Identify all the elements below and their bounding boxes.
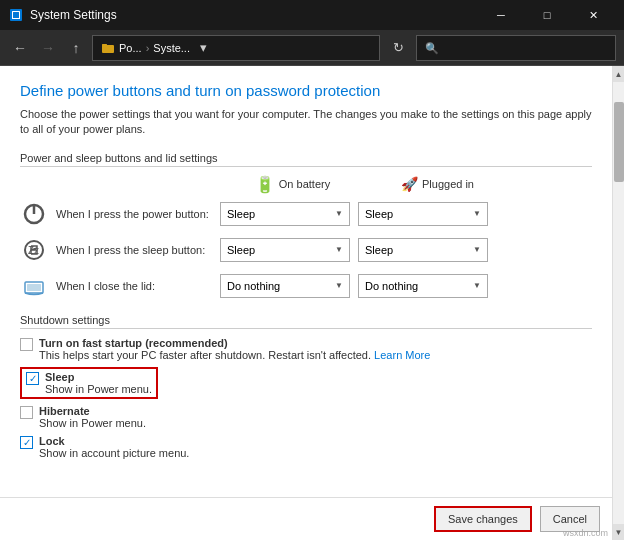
main-wrapper: Define power buttons and turn on passwor… (0, 66, 624, 540)
address-dropdown-button[interactable]: ▾ (194, 35, 214, 61)
lid-battery-arrow: ▼ (335, 281, 343, 290)
lid-plugged-value: Do nothing (365, 280, 418, 292)
title-bar: System Settings ─ □ ✕ (0, 0, 624, 30)
svg-rect-2 (13, 12, 19, 18)
lid-battery-dropdown[interactable]: Do nothing ▼ (220, 274, 350, 298)
sleep-sublabel: Show in Power menu. (45, 383, 152, 395)
hibernate-sublabel: Show in Power menu. (39, 417, 146, 429)
save-button[interactable]: Save changes (434, 506, 532, 532)
lock-label-wrap: Lock Show in account picture menu. (39, 435, 189, 459)
hibernate-label-wrap: Hibernate Show in Power menu. (39, 405, 146, 429)
lid-battery-value: Do nothing (227, 280, 280, 292)
sleep-row: Sleep Show in Power menu. (20, 367, 158, 399)
lid-icon (20, 272, 48, 300)
svg-rect-4 (102, 44, 107, 46)
battery-icon: 🔋 (255, 175, 275, 194)
content-area: Define power buttons and turn on passwor… (0, 66, 612, 540)
lid-label: When I close the lid: (56, 280, 220, 292)
forward-button[interactable]: → (36, 36, 60, 60)
fast-startup-sublabel: This helps start your PC faster after sh… (39, 349, 430, 361)
sleep-checkbox[interactable] (26, 372, 39, 385)
address-box[interactable]: Po... › Syste... ▾ (92, 35, 380, 61)
sleep-battery-arrow: ▼ (335, 245, 343, 254)
fast-startup-label-wrap: Turn on fast startup (recommended) This … (39, 337, 430, 361)
fast-startup-row: Turn on fast startup (recommended) This … (20, 337, 592, 361)
section-header: Power and sleep buttons and lid settings (20, 152, 592, 167)
close-button[interactable]: ✕ (570, 0, 616, 30)
scroll-track[interactable] (613, 82, 624, 524)
sleep-plugged-value: Sleep (365, 244, 393, 256)
window-controls: ─ □ ✕ (478, 0, 616, 30)
power-battery-arrow: ▼ (335, 209, 343, 218)
fast-startup-label: Turn on fast startup (recommended) (39, 337, 430, 349)
lid-row: When I close the lid: Do nothing ▼ Do no… (20, 272, 592, 300)
maximize-button[interactable]: □ (524, 0, 570, 30)
scroll-thumb[interactable] (614, 102, 624, 182)
hibernate-row: Hibernate Show in Power menu. (20, 405, 592, 429)
power-battery-dropdown[interactable]: Sleep ▼ (220, 202, 350, 226)
sleep-label: Sleep (45, 371, 152, 383)
window-title: System Settings (30, 8, 478, 22)
column-headers: 🔋 On battery 🚀 Plugged in (220, 175, 592, 194)
path-separator: › (146, 42, 150, 54)
svg-rect-10 (27, 284, 41, 291)
sleep-battery-dropdown[interactable]: Sleep ▼ (220, 238, 350, 262)
page-description: Choose the power settings that you want … (20, 107, 592, 138)
power-plugged-value: Sleep (365, 208, 393, 220)
sleep-battery-value: Sleep (227, 244, 255, 256)
sleep-button-row: Zz When I press the sleep button: Sleep … (20, 236, 592, 264)
plugged-in-header: 🚀 Plugged in (365, 176, 510, 192)
learn-more-link[interactable]: Learn More (374, 349, 430, 361)
app-icon (8, 7, 24, 23)
lock-row: Lock Show in account picture menu. (20, 435, 592, 459)
power-button-label: When I press the power button: (56, 208, 220, 220)
on-battery-header: 🔋 On battery (220, 175, 365, 194)
bottom-bar: Save changes Cancel (0, 497, 612, 540)
scroll-down-arrow[interactable]: ▼ (613, 524, 625, 540)
scroll-up-arrow[interactable]: ▲ (613, 66, 625, 82)
hibernate-checkbox[interactable] (20, 406, 33, 419)
sleep-plugged-arrow: ▼ (473, 245, 481, 254)
power-plugged-arrow: ▼ (473, 209, 481, 218)
watermark: wsxdn.com (563, 528, 608, 538)
page-title: Define power buttons and turn on passwor… (20, 82, 592, 99)
shutdown-title: Shutdown settings (20, 314, 592, 329)
scrollbar[interactable]: ▲ ▼ (612, 66, 624, 540)
svg-rect-3 (102, 45, 114, 53)
refresh-button[interactable]: ↻ (384, 35, 412, 61)
power-plugged-dropdown[interactable]: Sleep ▼ (358, 202, 488, 226)
path-segment-1: Po... (119, 42, 142, 54)
path-segment-2: Syste... (153, 42, 190, 54)
hibernate-label: Hibernate (39, 405, 146, 417)
sleep-plugged-dropdown[interactable]: Sleep ▼ (358, 238, 488, 262)
sleep-button-icon: Zz (20, 236, 48, 264)
shutdown-section: Shutdown settings Turn on fast startup (… (20, 314, 592, 459)
plug-icon: 🚀 (401, 176, 418, 192)
up-button[interactable]: ↑ (64, 36, 88, 60)
power-button-icon (20, 200, 48, 228)
search-input[interactable] (416, 35, 616, 61)
power-battery-value: Sleep (227, 208, 255, 220)
power-button-row: When I press the power button: Sleep ▼ S… (20, 200, 592, 228)
sleep-button-label: When I press the sleep button: (56, 244, 220, 256)
lock-label: Lock (39, 435, 189, 447)
back-button[interactable]: ← (8, 36, 32, 60)
folder-icon (101, 41, 115, 55)
lid-plugged-dropdown[interactable]: Do nothing ▼ (358, 274, 488, 298)
plugged-in-label: Plugged in (422, 178, 474, 190)
lid-plugged-arrow: ▼ (473, 281, 481, 290)
svg-text:Zz: Zz (28, 245, 39, 256)
on-battery-label: On battery (279, 178, 330, 190)
lock-sublabel: Show in account picture menu. (39, 447, 189, 459)
sleep-label-wrap: Sleep Show in Power menu. (45, 371, 152, 395)
fast-startup-desc: This helps start your PC faster after sh… (39, 349, 371, 361)
fast-startup-checkbox[interactable] (20, 338, 33, 351)
address-bar: ← → ↑ Po... › Syste... ▾ ↻ (0, 30, 624, 66)
lock-checkbox[interactable] (20, 436, 33, 449)
minimize-button[interactable]: ─ (478, 0, 524, 30)
